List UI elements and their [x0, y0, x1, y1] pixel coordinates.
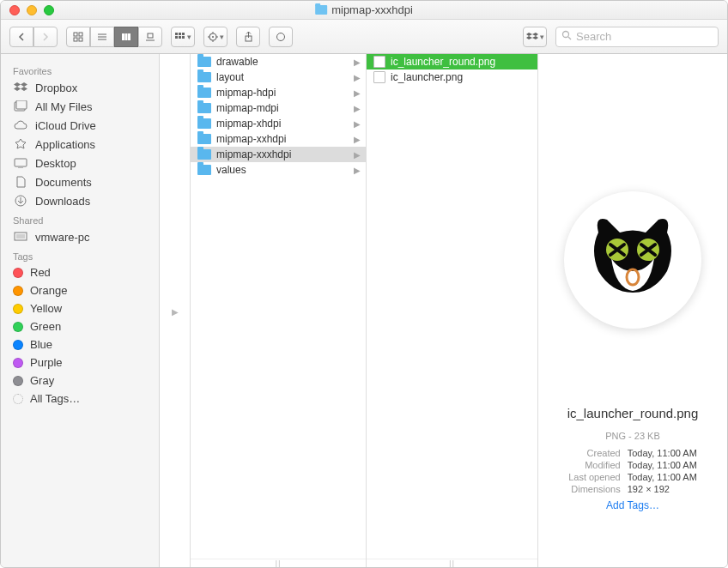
- svg-point-27: [563, 32, 569, 38]
- sidebar-item-desktop[interactable]: Desktop: [1, 154, 159, 172]
- add-tags-button[interactable]: Add Tags…: [606, 499, 659, 511]
- chevron-right-icon: ▶: [354, 57, 361, 67]
- sidebar-item-all-my-files[interactable]: All My Files: [1, 97, 159, 116]
- sidebar-shared-header: Shared: [1, 210, 159, 227]
- folder-icon: [197, 149, 211, 160]
- sidebar-item-dropbox[interactable]: Dropbox: [1, 78, 159, 97]
- sidebar-tag-red[interactable]: Red: [1, 263, 159, 281]
- allfiles-icon: [13, 100, 28, 113]
- folder-row[interactable]: values▶: [191, 162, 366, 178]
- minimize-window-button[interactable]: [27, 5, 37, 15]
- chevron-right-icon: ▶: [354, 150, 361, 160]
- toolbar: ▾ ▾ ▾ Search: [1, 20, 727, 54]
- sidebar-item-vmware-pc[interactable]: vmware-pc: [1, 227, 159, 246]
- view-icons-button[interactable]: [66, 27, 90, 47]
- image-file-icon: [373, 56, 385, 68]
- preview-type-size: PNG - 23 KB: [605, 431, 660, 441]
- folder-row[interactable]: layout▶: [191, 69, 366, 85]
- action-button[interactable]: ▾: [203, 27, 228, 47]
- view-coverflow-button[interactable]: [138, 27, 162, 47]
- view-columns-button[interactable]: [114, 27, 138, 47]
- sidebar-tag-green[interactable]: Green: [1, 317, 159, 335]
- sidebar-item-downloads[interactable]: Downloads: [1, 191, 159, 210]
- svg-rect-1: [79, 33, 82, 36]
- cloud-icon: [13, 118, 28, 132]
- fullscreen-window-button[interactable]: [44, 5, 54, 15]
- sidebar-tag-purple[interactable]: Purple: [1, 353, 159, 372]
- meta-key: Modified: [568, 460, 621, 470]
- window-title-text: mipmap-xxxhdpi: [331, 3, 413, 16]
- sidebar-tag-orange[interactable]: Orange: [1, 281, 159, 299]
- desktop-icon: [13, 156, 28, 170]
- sidebar: Favorites Dropbox All My Files iCloud Dr…: [1, 54, 160, 568]
- svg-rect-2: [74, 38, 77, 41]
- file-row-selected[interactable]: ic_launcher_round.png: [367, 54, 537, 69]
- tag-dot-icon: [13, 340, 23, 350]
- back-button[interactable]: [9, 27, 33, 47]
- view-buttons: [66, 27, 162, 47]
- share-button[interactable]: [236, 27, 260, 47]
- sidebar-item-applications[interactable]: Applications: [1, 135, 159, 154]
- meta-value: Today, 11:00 AM: [628, 448, 697, 458]
- chevron-right-icon: ▶: [354, 104, 361, 113]
- column-browser: ▶ drawable▶ layout▶ mipmap-hdpi▶ mipmap-…: [160, 54, 727, 568]
- folder-row-selected[interactable]: mipmap-xxxhdpi▶: [191, 147, 366, 162]
- svg-rect-7: [122, 33, 124, 40]
- column-files: ic_launcher_round.png ic_launcher.png ||: [367, 54, 538, 568]
- svg-rect-17: [182, 36, 185, 39]
- sidebar-item-documents[interactable]: Documents: [1, 172, 159, 191]
- window-titlebar: mipmap-xxxhdpi: [1, 1, 727, 20]
- preview-thumbnail: [564, 191, 701, 329]
- documents-icon: [13, 175, 28, 189]
- tag-dot-icon: [13, 358, 23, 368]
- column-resize-handle[interactable]: ||: [367, 559, 537, 568]
- tags-button[interactable]: [269, 27, 293, 47]
- folder-icon: [197, 165, 211, 175]
- tag-dot-icon: [13, 322, 23, 332]
- chevron-right-icon: ▶: [354, 135, 361, 144]
- folder-row[interactable]: mipmap-hdpi▶: [191, 85, 366, 100]
- pc-icon: [13, 230, 28, 244]
- sidebar-item-icloud[interactable]: iCloud Drive: [1, 116, 159, 135]
- arrange-button[interactable]: ▾: [171, 27, 195, 47]
- sidebar-all-tags[interactable]: All Tags…: [1, 390, 159, 408]
- sidebar-tag-gray[interactable]: Gray: [1, 372, 159, 390]
- svg-point-26: [277, 33, 285, 40]
- sidebar-tags-header: Tags: [1, 246, 159, 263]
- tag-dot-icon: [13, 376, 23, 386]
- sidebar-tag-yellow[interactable]: Yellow: [1, 299, 159, 317]
- column-parent-indicator: ▶: [160, 54, 191, 568]
- chevron-right-icon: ▶: [172, 307, 179, 317]
- folder-row[interactable]: mipmap-mdpi▶: [191, 100, 366, 116]
- search-placeholder: Search: [576, 30, 611, 43]
- folder-row[interactable]: mipmap-xhdpi▶: [191, 116, 366, 131]
- svg-point-19: [212, 36, 214, 38]
- tag-dot-icon: [13, 304, 23, 314]
- column-resize-handle[interactable]: ||: [191, 559, 366, 568]
- file-row[interactable]: ic_launcher.png: [367, 69, 537, 85]
- chevron-right-icon: ▶: [354, 73, 361, 82]
- folder-icon: [197, 118, 211, 129]
- preview-metadata: CreatedToday, 11:00 AM ModifiedToday, 11…: [568, 448, 697, 494]
- svg-rect-14: [182, 33, 185, 35]
- svg-rect-9: [128, 33, 130, 40]
- folder-icon: [197, 72, 211, 82]
- meta-value: Today, 11:00 AM: [628, 472, 697, 482]
- sidebar-tag-blue[interactable]: Blue: [1, 335, 159, 353]
- forward-button[interactable]: [33, 27, 58, 47]
- app-icon-image: [581, 207, 684, 313]
- chevron-right-icon: ▶: [354, 119, 361, 129]
- folder-row[interactable]: mipmap-xxhdpi▶: [191, 131, 366, 147]
- nav-buttons: [9, 27, 58, 47]
- close-window-button[interactable]: [9, 5, 20, 15]
- dropbox-toolbar-button[interactable]: ▾: [523, 27, 547, 47]
- folder-icon: [315, 5, 327, 15]
- view-list-button[interactable]: [90, 27, 114, 47]
- dropbox-icon: [13, 81, 28, 94]
- svg-rect-10: [148, 33, 153, 38]
- folder-row[interactable]: drawable▶: [191, 54, 366, 69]
- tag-dot-icon: [13, 394, 23, 404]
- column-folders: drawable▶ layout▶ mipmap-hdpi▶ mipmap-md…: [191, 54, 367, 568]
- search-icon: [561, 30, 572, 43]
- search-field[interactable]: Search: [555, 27, 719, 47]
